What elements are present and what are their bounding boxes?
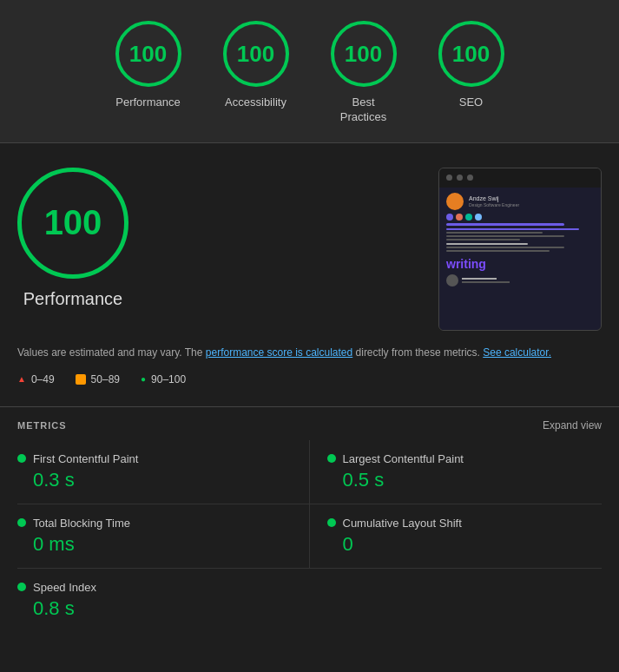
metric-lcp: Largest Contentful Paint 0.5 s: [310, 440, 603, 504]
main-section: 100 Performance Andze SwijDesign Softwar…: [0, 143, 619, 399]
metric-lcp-name: Largest Contentful Paint: [343, 452, 464, 465]
metric-tbt-dot: [17, 518, 26, 527]
metric-cls-value: 0: [327, 533, 603, 556]
expand-view-button[interactable]: Expand view: [543, 419, 602, 432]
score-circle-performance: 100: [115, 21, 181, 87]
preview-color-dots: [446, 214, 594, 221]
score-label-seo: SEO: [459, 96, 483, 110]
preview-writing-text: writing: [446, 257, 594, 271]
metric-fcp-value: 0.3 s: [17, 469, 292, 491]
preview-dot-1: [446, 175, 452, 181]
preview-titlebar: [439, 168, 601, 188]
values-text: Values are estimated and may vary. The p…: [17, 345, 602, 361]
metric-si-top: Speed Index: [17, 581, 293, 594]
legend-item-red: ▲ 0–49: [17, 373, 55, 385]
score-performance: 100 Performance: [115, 21, 181, 125]
preview-dot-3: [467, 175, 473, 181]
metric-tbt: Total Blocking Time 0 ms: [17, 504, 310, 569]
score-label-best-practices: BestPractices: [340, 96, 386, 125]
calculator-link[interactable]: See calculator.: [483, 346, 551, 359]
metric-si: Speed Index 0.8 s: [17, 569, 310, 632]
score-circle-best-practices: 100: [331, 21, 397, 87]
preview-name-area: Andze SwijDesign Software Engineer: [446, 193, 594, 210]
metric-cls-top: Cumulative Layout Shift: [327, 517, 603, 530]
perf-title: Performance: [23, 289, 123, 309]
metrics-grid: First Contentful Paint 0.3 s Largest Con…: [0, 440, 619, 632]
metric-fcp-name: First Contentful Paint: [33, 452, 138, 465]
metric-tbt-name: Total Blocking Time: [33, 517, 130, 530]
color-dot-blue: [475, 214, 482, 221]
perf-score-link[interactable]: performance score is calculated: [206, 346, 352, 359]
perf-left: 100 Performance: [17, 168, 128, 309]
main-score-circle: 100: [17, 168, 128, 279]
triangle-icon: ▲: [17, 374, 26, 384]
metric-lcp-top: Largest Contentful Paint: [327, 452, 603, 465]
metric-si-name: Speed Index: [33, 581, 96, 594]
metric-fcp-dot: [17, 454, 26, 463]
score-seo: 100 SEO: [438, 21, 504, 125]
metric-cls-dot: [327, 518, 336, 527]
color-dot-green: [465, 214, 472, 221]
metric-lcp-value: 0.5 s: [327, 469, 603, 491]
metric-lcp-dot: [327, 454, 336, 463]
metric-cls-name: Cumulative Layout Shift: [343, 517, 462, 530]
metric-fcp-top: First Contentful Paint: [17, 452, 292, 465]
preview-dot-2: [457, 175, 463, 181]
square-icon: [76, 374, 86, 385]
preview-footer: [446, 274, 594, 287]
metrics-header: METRICS Expand view: [0, 406, 619, 440]
preview-body: Andze SwijDesign Software Engineer: [439, 188, 601, 330]
metric-fcp: First Contentful Paint 0.3 s: [17, 440, 310, 504]
score-label-accessibility: Accessibility: [225, 96, 286, 110]
metric-si-value: 0.8 s: [17, 597, 293, 620]
perf-right: Andze SwijDesign Software Engineer: [156, 168, 602, 331]
score-label-performance: Performance: [115, 96, 180, 110]
score-circle-accessibility: 100: [223, 21, 289, 87]
screenshot-preview: Andze SwijDesign Software Engineer: [438, 168, 602, 331]
legend: ▲ 0–49 50–89 ● 90–100: [17, 373, 602, 385]
metrics-label: METRICS: [17, 420, 67, 431]
perf-top: 100 Performance Andze SwijDesign Softwar…: [17, 168, 602, 331]
scores-section: 100 Performance 100 Accessibility 100 Be…: [0, 0, 619, 143]
score-circle-seo: 100: [438, 21, 504, 87]
metric-cls: Cumulative Layout Shift 0: [310, 504, 603, 569]
score-accessibility: 100 Accessibility: [223, 21, 289, 125]
circle-icon: ●: [141, 374, 146, 384]
legend-item-orange: 50–89: [76, 373, 120, 385]
metric-si-dot: [17, 583, 26, 591]
preview-name-text: Andze SwijDesign Software Engineer: [469, 195, 519, 208]
preview-avatar: [446, 193, 464, 210]
preview-reading-label: [446, 223, 564, 226]
metric-tbt-top: Total Blocking Time: [17, 517, 292, 530]
color-dot-purple: [446, 214, 453, 221]
legend-item-green: ● 90–100: [141, 373, 186, 385]
color-dot-orange: [456, 214, 463, 221]
score-best-practices: 100 BestPractices: [331, 21, 397, 125]
metric-tbt-value: 0 ms: [17, 533, 292, 556]
